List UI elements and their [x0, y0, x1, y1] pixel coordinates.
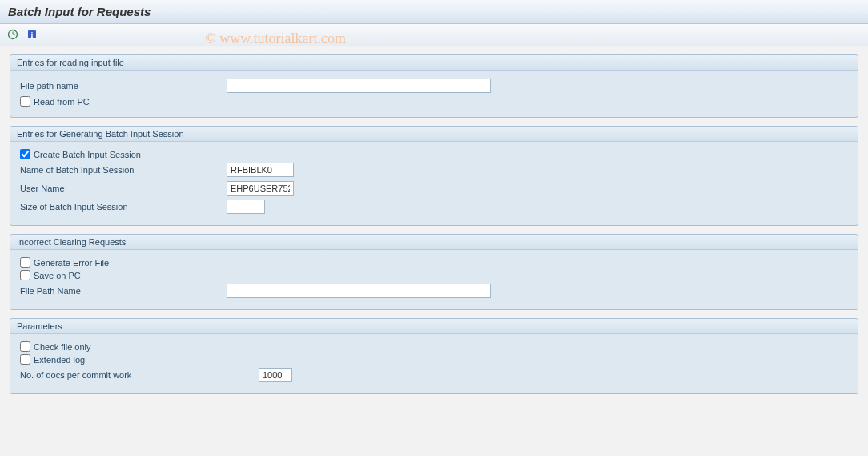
generate-error-file-label: Generate Error File	[34, 258, 109, 268]
execute-button[interactable]	[5, 27, 21, 43]
file-path-name-label: File path name	[18, 81, 227, 91]
info-button[interactable]: i	[24, 27, 40, 43]
error-file-path-input[interactable]	[227, 284, 491, 298]
error-file-path-label: File Path Name	[18, 286, 227, 296]
create-batch-session-checkbox[interactable]	[20, 149, 30, 159]
session-size-label: Size of Batch Input Session	[18, 202, 227, 212]
save-on-pc-checkbox[interactable]	[20, 270, 30, 280]
session-size-input[interactable]	[227, 200, 265, 214]
toolbar: i	[0, 24, 868, 46]
group-header-parameters: Parameters	[10, 319, 858, 334]
info-icon: i	[26, 29, 38, 42]
save-on-pc-label: Save on PC	[34, 271, 81, 280]
session-name-input[interactable]	[227, 163, 294, 177]
generate-error-file-checkbox[interactable]	[20, 257, 30, 268]
group-header-incorrect: Incorrect Clearing Requests	[10, 235, 858, 250]
session-name-label: Name of Batch Input Session	[18, 165, 227, 175]
user-name-input[interactable]	[227, 181, 294, 196]
page-title: Batch Input for Requests	[0, 0, 868, 24]
docs-per-commit-label: No. of docs per commit work	[18, 370, 259, 380]
svg-text:i: i	[31, 30, 34, 39]
docs-per-commit-input[interactable]	[259, 368, 292, 382]
user-name-label: User Name	[18, 184, 227, 193]
extended-log-label: Extended log	[34, 355, 85, 365]
group-reading-input: Entries for reading input file File path…	[10, 54, 858, 118]
create-batch-session-label: Create Batch Input Session	[34, 150, 141, 159]
group-incorrect-clearing: Incorrect Clearing Requests Generate Err…	[10, 234, 858, 310]
group-parameters: Parameters Check file only Extended log …	[10, 318, 858, 394]
read-from-pc-label: Read from PC	[34, 97, 90, 107]
file-path-name-input[interactable]	[227, 79, 491, 93]
check-file-only-label: Check file only	[34, 342, 91, 352]
read-from-pc-checkbox[interactable]	[20, 96, 30, 107]
content-area: Entries for reading input file File path…	[0, 46, 868, 410]
extended-log-checkbox[interactable]	[20, 354, 30, 365]
check-file-only-checkbox[interactable]	[20, 341, 30, 352]
group-generating-session: Entries for Generating Batch Input Sessi…	[10, 126, 858, 226]
group-header-reading: Entries for reading input file	[10, 55, 858, 71]
group-header-generating: Entries for Generating Batch Input Sessi…	[10, 127, 858, 142]
clock-execute-icon	[7, 29, 18, 42]
